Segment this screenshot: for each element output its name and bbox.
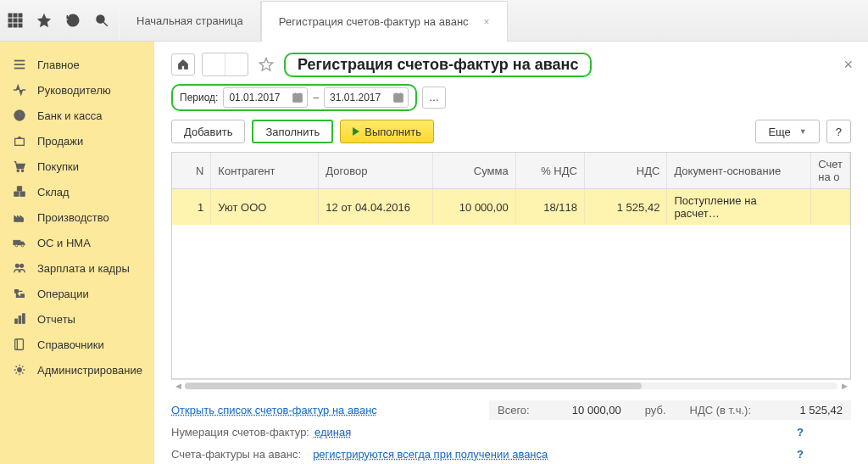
th-account[interactable]: Счет на о — [811, 153, 850, 189]
period-dash: – — [313, 92, 319, 103]
sidebar-label: Производство — [37, 211, 109, 224]
nav-back-button[interactable] — [203, 53, 225, 75]
nav-forward-button[interactable] — [225, 53, 248, 75]
cell-sum: 10 000,00 — [432, 189, 515, 226]
sidebar-item-production[interactable]: Производство — [0, 204, 154, 230]
advance-label: Счета-фактуры на аванс: — [171, 448, 301, 461]
tab-current-label: Регистрация счетов-фактур на аванс — [279, 15, 469, 28]
period-to-input[interactable]: 31.01.2017 — [324, 87, 409, 108]
help-button-label: ? — [836, 126, 842, 138]
sidebar-item-admin[interactable]: Администрирование — [0, 357, 154, 383]
tab-current[interactable]: Регистрация счетов-фактур на аванс × — [261, 1, 508, 42]
tab-close-icon[interactable]: × — [484, 16, 490, 28]
gear-icon — [12, 362, 27, 377]
sidebar-item-purchases[interactable]: Покупки — [0, 154, 154, 179]
chart-icon — [12, 311, 27, 327]
tab-start[interactable]: Начальная страница — [119, 1, 261, 41]
th-contract[interactable]: Договор — [319, 153, 433, 189]
cell-account — [811, 189, 850, 226]
calendar-icon[interactable] — [290, 90, 305, 105]
ops-icon — [12, 286, 27, 301]
table-wrap: N Контрагент Договор Сумма % НДС НДС Док… — [154, 152, 868, 392]
cell-counterparty: Уют ООО — [211, 189, 319, 226]
run-button[interactable]: Выполнить — [340, 120, 434, 143]
svg-rect-1 — [14, 14, 17, 17]
svg-point-32 — [18, 368, 21, 372]
favorite-star-icon[interactable] — [255, 53, 277, 75]
action-row: Добавить Заполнить Выполнить Еще ▼ ? — [154, 120, 868, 152]
svg-rect-2 — [19, 14, 22, 17]
svg-point-26 — [19, 264, 23, 267]
home-button[interactable] — [171, 53, 195, 75]
cell-vat-rate: 18/118 — [515, 189, 584, 226]
tab-start-label: Начальная страница — [136, 14, 243, 27]
cart-icon — [12, 159, 27, 174]
svg-rect-7 — [14, 24, 17, 27]
add-button[interactable]: Добавить — [171, 120, 245, 143]
nav-back-forward — [202, 53, 248, 76]
search-icon[interactable] — [90, 8, 114, 32]
th-vat[interactable]: НДС — [584, 153, 666, 189]
sidebar-item-bank[interactable]: ₽ Банк и касса — [0, 103, 154, 128]
total-label: Всего: — [498, 404, 530, 416]
period-row: Период: 01.01.2017 – 31.01.2017 … — [154, 81, 868, 120]
table-row[interactable]: 1 Уют ООО 12 от 04.04.2016 10 000,00 18/… — [172, 189, 850, 226]
vat-label: НДС (в т.ч.): — [690, 404, 752, 416]
sidebar-item-sales[interactable]: Продажи — [0, 128, 154, 154]
sidebar-item-operations[interactable]: Операции — [0, 281, 154, 306]
close-button[interactable]: × — [840, 56, 856, 74]
th-basis[interactable]: Документ-основание — [667, 153, 811, 189]
scroll-right-icon[interactable]: ▶ — [839, 381, 849, 391]
scroll-left-icon[interactable]: ◀ — [173, 381, 183, 391]
cell-basis: Поступление на расчет… — [667, 189, 811, 226]
help-link[interactable]: ? — [749, 448, 851, 461]
sidebar-item-catalogs[interactable]: Справочники — [0, 332, 154, 357]
advance-link[interactable]: регистрируются всегда при получении аван… — [313, 448, 548, 461]
scroll-track[interactable] — [185, 383, 837, 389]
th-sum[interactable]: Сумма — [432, 153, 515, 189]
svg-rect-29 — [23, 314, 25, 324]
th-n[interactable]: N — [172, 153, 211, 189]
fill-button[interactable]: Заполнить — [252, 120, 333, 143]
scroll-thumb[interactable] — [185, 383, 642, 389]
more-button-label: Еще — [768, 126, 790, 138]
period-picker-button[interactable]: … — [422, 87, 446, 109]
svg-point-18 — [21, 170, 23, 171]
horizontal-scrollbar[interactable]: ◀ ▶ — [171, 379, 851, 392]
star-icon[interactable] — [32, 8, 56, 32]
th-vat-rate[interactable]: % НДС — [515, 153, 584, 189]
help-link[interactable]: ? — [749, 426, 851, 439]
truck-icon — [12, 235, 27, 250]
total-value: 10 000,00 — [554, 404, 621, 416]
svg-rect-20 — [20, 192, 25, 196]
sidebar-label: Справочники — [37, 338, 104, 351]
sidebar-item-main[interactable]: Главное — [0, 52, 154, 77]
more-button[interactable]: Еще ▼ — [755, 120, 819, 143]
sidebar-item-manager[interactable]: Руководителю — [0, 77, 154, 103]
sidebar-label: Банк и касса — [37, 109, 103, 122]
top-toolbar-icons — [0, 0, 119, 41]
svg-point-25 — [15, 264, 19, 267]
ruble-icon: ₽ — [12, 108, 27, 123]
period-from-input[interactable]: 01.01.2017 — [223, 87, 308, 108]
numbering-link[interactable]: единая — [314, 426, 351, 439]
sidebar-item-reports[interactable]: Отчеты — [0, 306, 154, 332]
history-icon[interactable] — [61, 8, 85, 32]
svg-rect-19 — [14, 192, 19, 196]
sidebar-item-salary[interactable]: Зарплата и кадры — [0, 255, 154, 281]
sidebar-label: Покупки — [37, 160, 79, 173]
pulse-icon — [12, 82, 27, 98]
sidebar-item-warehouse[interactable]: Склад — [0, 179, 154, 204]
apps-icon[interactable] — [3, 8, 27, 32]
open-list-link[interactable]: Открыть список счетов-фактур на аванс — [171, 404, 377, 416]
cell-vat: 1 525,42 — [584, 189, 666, 226]
help-button[interactable]: ? — [826, 120, 851, 143]
calendar-icon[interactable] — [391, 90, 406, 105]
period-to-value: 31.01.2017 — [330, 92, 381, 103]
tabs: Начальная страница Регистрация счетов-фа… — [119, 0, 508, 41]
cell-n: 1 — [172, 189, 211, 226]
sidebar-item-assets[interactable]: ОС и НМА — [0, 230, 154, 255]
period-from-value: 01.01.2017 — [229, 92, 280, 103]
th-counterparty[interactable]: Контрагент — [211, 153, 319, 189]
currency-label: руб. — [645, 404, 666, 416]
